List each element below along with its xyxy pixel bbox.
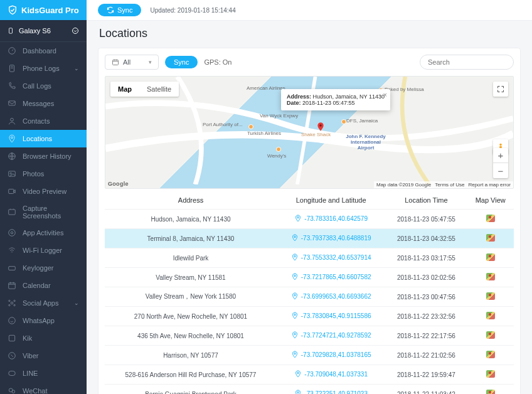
svg-rect-11 <box>9 210 16 215</box>
coords-link[interactable]: -73.7937383,40.6488819 <box>291 234 371 242</box>
poi-label: John F. Kennedy International Airport <box>344 134 388 151</box>
svg-point-35 <box>294 236 296 238</box>
search-input[interactable] <box>428 58 514 66</box>
sidebar-item-label: Dashboard <box>23 47 56 55</box>
sidebar-item-browser-history[interactable]: Browser History <box>0 147 87 165</box>
coords-link[interactable]: -73.722251,40.971023 <box>294 390 368 394</box>
map-marker[interactable] <box>316 122 326 132</box>
map-view-button[interactable] <box>486 351 495 358</box>
sidebar-item-line[interactable]: LINE <box>0 365 87 382</box>
svg-rect-22 <box>9 335 14 341</box>
zoom-out-button[interactable]: − <box>493 163 508 178</box>
pin-icon <box>291 351 299 358</box>
map-type-toggle[interactable]: Map Satellite <box>110 82 179 97</box>
map-view-button[interactable] <box>486 331 495 339</box>
svg-rect-4 <box>9 101 16 105</box>
close-icon[interactable]: × <box>383 91 387 98</box>
date-filter-select[interactable]: All ▾ <box>105 55 159 70</box>
cell-time: 2018-11-23 05:47:55 <box>385 210 467 229</box>
sidebar-item-wi-fi-logger[interactable]: Wi-Fi Logger <box>0 242 87 259</box>
zoom-control: + − <box>493 148 508 178</box>
google-logo: Google <box>108 181 129 187</box>
chevron-down-icon: ⌄ <box>74 300 79 306</box>
screenshot-icon <box>8 208 16 216</box>
cell-address: Valley Stream，New York 11580 <box>105 287 277 307</box>
sidebar-item-wechat[interactable]: WeChat <box>0 382 87 394</box>
coords-link[interactable]: -73.783316,40.642579 <box>294 215 368 222</box>
sidebar-item-capture-screenshots[interactable]: Capture Screenshots <box>0 200 87 224</box>
map[interactable]: American Airlines Baked by Melissa Van W… <box>105 76 514 189</box>
sidebar-item-whatsapp[interactable]: WhatsApp <box>0 312 87 329</box>
page-title: Locations <box>99 27 521 40</box>
cell-address: Bernie Guagnini Brentwood Park <box>105 385 277 395</box>
content: Locations All ▾ Sync GPS: On <box>87 21 532 394</box>
main-area: Sync Updated: 2019-01-18 15:14:44 Locati… <box>87 0 532 394</box>
device-name: Galaxy S6 <box>19 27 51 35</box>
sidebar-item-app-activities[interactable]: App Activities <box>0 224 87 242</box>
svg-point-39 <box>294 314 296 316</box>
chevron-down-icon: ⌄ <box>74 65 79 72</box>
sidebar-item-label: Capture Screenshots <box>23 205 79 220</box>
coords-link[interactable]: -73.709048,41.037331 <box>294 370 368 378</box>
map-type-satellite[interactable]: Satellite <box>139 82 179 97</box>
device-selector[interactable]: Galaxy S6 <box>0 20 87 42</box>
sidebar-item-dashboard[interactable]: Dashboard <box>0 42 87 60</box>
cell-coords: -73.7553332,40.6537914 <box>277 248 385 268</box>
sidebar-item-photos[interactable]: Photos <box>0 165 87 183</box>
map-view-button[interactable] <box>486 215 495 222</box>
cell-mapview <box>467 229 514 248</box>
sidebar-item-contacts[interactable]: Contacts <box>0 112 87 130</box>
cell-address: Harrison, NY 10577 <box>105 346 277 365</box>
map-type-map[interactable]: Map <box>110 82 139 97</box>
browser-icon <box>8 152 16 161</box>
sidebar-item-kik[interactable]: Kik <box>0 329 87 347</box>
map-view-button[interactable] <box>486 312 495 319</box>
zoom-in-button[interactable]: + <box>493 148 508 163</box>
svg-point-38 <box>294 294 296 296</box>
sidebar-item-video-preview[interactable]: Video Preview <box>0 183 87 200</box>
sidebar-item-label: Calendar <box>23 282 51 289</box>
sidebar-item-social-apps[interactable]: Social Apps⌄ <box>0 294 87 312</box>
cell-mapview <box>467 346 514 365</box>
col-address: Address <box>105 191 277 210</box>
contact-icon <box>8 117 16 125</box>
cell-coords: -73.7937383,40.6488819 <box>277 229 385 248</box>
map-view-button[interactable] <box>486 390 495 394</box>
table-row: Hudson, Jamaica, NY 11430-73.783316,40.6… <box>105 210 514 229</box>
sidebar-item-keylogger[interactable]: Keylogger <box>0 259 87 277</box>
coords-link[interactable]: -73.7029828,41.0378165 <box>291 351 371 358</box>
panel-sync-button[interactable]: Sync <box>165 56 198 68</box>
map-view-button[interactable] <box>486 234 495 242</box>
svg-point-26 <box>12 390 15 393</box>
brand-logo: KidsGuard Pro <box>0 0 87 20</box>
coords-link[interactable]: -73.7553332,40.6537914 <box>291 253 371 261</box>
sidebar-item-calendar[interactable]: Calendar <box>0 277 87 294</box>
topbar: Sync Updated: 2019-01-18 15:14:44 <box>87 0 532 21</box>
sidebar-item-label: Social Apps <box>23 299 58 307</box>
map-view-button[interactable] <box>486 370 495 378</box>
sidebar-item-messages[interactable]: Messages <box>0 95 87 112</box>
pin-icon <box>294 215 302 222</box>
sidebar-item-phone-logs[interactable]: Phone Logs⌄ <box>0 60 87 77</box>
map-view-button[interactable] <box>486 273 495 280</box>
cell-address: 270 North Ave, New Rochelle, NY 10801 <box>105 307 277 326</box>
search-box[interactable] <box>420 55 514 70</box>
map-view-button[interactable] <box>486 253 495 261</box>
fullscreen-button[interactable] <box>493 82 508 97</box>
sidebar-item-locations[interactable]: Locations <box>0 130 87 147</box>
coords-link[interactable]: -73.7217865,40.6607582 <box>291 273 371 280</box>
poi-label: Port Authority of... <box>203 122 243 127</box>
cell-coords: -73.7029828,41.0378165 <box>277 346 385 365</box>
poi-dot <box>276 147 281 152</box>
sidebar-item-call-logs[interactable]: Call Logs <box>0 77 87 95</box>
poi-label: Baked by Melissa <box>385 87 424 92</box>
svg-point-40 <box>294 333 296 335</box>
map-view-button[interactable] <box>486 292 495 300</box>
sidebar-item-viber[interactable]: Viber <box>0 347 87 365</box>
coords-link[interactable]: -73.6999653,40.6693662 <box>291 292 371 300</box>
svg-point-43 <box>297 391 299 393</box>
coords-link[interactable]: -73.7830845,40.9115586 <box>291 312 371 319</box>
sync-button[interactable]: Sync <box>98 4 141 16</box>
coords-link[interactable]: -73.7724721,40.9278592 <box>291 331 371 339</box>
sidebar-item-label: Viber <box>23 352 38 359</box>
